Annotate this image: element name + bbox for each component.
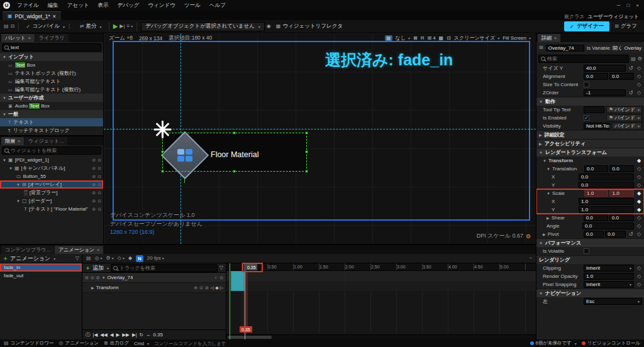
timeline-scrollbar[interactable]	[226, 334, 536, 339]
prev-key-icon[interactable]: ◁	[211, 285, 214, 290]
palette-item-textbox[interactable]: ▭ Text Box	[0, 61, 103, 69]
transform-track-lane[interactable]	[226, 281, 536, 291]
palette-item-editable-text[interactable]: ▭ 編集可能なテキスト	[0, 77, 103, 85]
hierarchy-item-background-blur[interactable]: ▒ [背景ブラー] ⊘⊙	[0, 189, 103, 197]
lock-icon[interactable]: ⊘	[92, 166, 96, 171]
zorder-input[interactable]: -1	[584, 89, 626, 96]
next-frame-fast-icon[interactable]: ▶▶	[122, 332, 130, 338]
timeline[interactable]: 0.50 1.00 1.50 2.00 2.50 3.00 3.50 4.00 …	[226, 263, 536, 339]
section-accessibility[interactable]: ▶ アクセシビリティ	[536, 139, 644, 148]
visibility-icon[interactable]: ⊙	[97, 158, 101, 163]
is-enabled-bind-button[interactable]: ⚑バインド▾	[606, 114, 642, 121]
goto-time-icon[interactable]: →	[146, 332, 151, 338]
loop-icon[interactable]: ↻	[140, 332, 143, 338]
palette-search-input[interactable]	[11, 45, 99, 50]
content-drawer-button[interactable]: ▤ コンテンツドロワー	[4, 340, 53, 346]
animated-range-section[interactable]	[231, 271, 245, 291]
grid-snap-icon[interactable]: ▦	[385, 35, 392, 41]
tab-library[interactable]: ライブラリ	[35, 34, 69, 42]
filter-icon[interactable]: ▽	[75, 256, 79, 261]
palette-section-user[interactable]: ▼ ユーザーが作成	[0, 94, 103, 102]
palette-section-common[interactable]: ▼ 一般	[0, 110, 103, 118]
scale-x-input[interactable]: 1.0	[584, 190, 609, 197]
resize-handle[interactable]	[233, 170, 236, 173]
keyframe-diamond-icon[interactable]: ◆	[636, 207, 642, 212]
save-icon[interactable]: ▤	[4, 24, 9, 29]
hierarchy-item-border[interactable]: ▼ ▢ [ボーダー] ⊘⊙	[0, 197, 103, 205]
track-overlay[interactable]: ⊖ ⊙ ⊘ ▼ Overlay_74 ＋ ⊙	[82, 273, 226, 283]
solo-icon[interactable]: ⊙	[91, 275, 94, 280]
tab-pdi-widget[interactable]: ▣ PDI_widget_1* ×	[3, 11, 61, 20]
chevron-right-icon[interactable]: ▶	[543, 232, 546, 236]
lock-icon[interactable]: ⊘	[92, 174, 96, 179]
hierarchy-item-overlay[interactable]: ▼ ⊞ [オーバーレイ] ⊘⊙	[0, 180, 103, 189]
lock-icon[interactable]: ⊘	[96, 275, 100, 280]
translation-y-input[interactable]: 0.0	[609, 165, 634, 172]
r-toggle[interactable]: R	[421, 35, 425, 41]
tab-palette[interactable]: パレット ×	[1, 34, 35, 42]
shear-y-input[interactable]: 0.0	[609, 214, 634, 221]
add-section-icon[interactable]: ＋	[213, 275, 218, 281]
next-key-icon[interactable]: ▷	[220, 285, 223, 290]
palette-item-audio-textbox[interactable]: ▣ Audio Text Box	[0, 102, 103, 110]
add-keyframe-icon[interactable]: ◆	[128, 256, 132, 261]
resize-handle[interactable]	[305, 131, 308, 135]
keyframe-diamond-icon[interactable]: ◇	[636, 90, 642, 96]
details-tab-close-icon[interactable]: ×	[554, 36, 557, 40]
widget-name-input[interactable]: Overlay_74	[546, 45, 584, 52]
animation-item-fade-out[interactable]: fade_out	[0, 272, 82, 280]
settings-gear-icon[interactable]: ⚙▾	[106, 256, 114, 261]
keyframe-diamond-icon[interactable]: ◇	[636, 273, 642, 279]
play-icon[interactable]: ▶	[113, 23, 118, 30]
section-performance[interactable]: ▼ パフォーマンス	[536, 238, 644, 247]
parent-class-value[interactable]: ユーザーウィジェット	[588, 13, 640, 20]
lock-icon[interactable]: ⊘	[205, 285, 209, 290]
chevron-down-icon[interactable]: ▼	[543, 159, 547, 163]
prev-frame-icon[interactable]: ◀	[110, 332, 114, 338]
palette-tab-close-icon[interactable]: ×	[28, 36, 31, 40]
palette-item-multiline-textbox[interactable]: ▭ テキストボックス (複数行)	[0, 69, 103, 77]
tab-animations[interactable]: アニメーション ×	[55, 246, 103, 254]
resize-handle[interactable]	[161, 170, 164, 173]
keyframe-diamond-icon[interactable]: ◇	[636, 82, 642, 87]
tooltip-input[interactable]	[584, 106, 604, 113]
visibility-icon[interactable]: ⊙	[97, 166, 101, 171]
size-y-input[interactable]: 40.0	[584, 65, 626, 72]
chevron-right-icon[interactable]: ▶	[91, 285, 94, 290]
menu-tools[interactable]: ツール	[180, 0, 205, 11]
frame-skip-icon[interactable]: ▶|	[119, 24, 125, 29]
section-advanced[interactable]: ▶ 詳細設定	[536, 130, 644, 139]
console-command-input[interactable]	[154, 341, 305, 346]
pivot-x-input[interactable]: 0.0	[584, 231, 604, 238]
playhead-bottom-chip[interactable]: 0.35	[240, 326, 252, 333]
track-search[interactable]	[111, 264, 218, 272]
visibility-icon[interactable]: ⊙	[97, 182, 101, 187]
pixel-snapping-dropdown[interactable]: Inherit▾	[584, 281, 634, 288]
hierarchy-item-text[interactable]: T [テキスト] "Floor Material" ⊘⊙	[0, 205, 103, 213]
settings-gear-icon[interactable]: ⚙	[638, 57, 642, 62]
info-icon[interactable]: ⓘ	[86, 332, 91, 338]
graph-mode-button[interactable]: ⊞ グラフ	[611, 21, 640, 31]
go-to-start-icon[interactable]: |◀	[93, 332, 98, 338]
play-button[interactable]: ▶	[116, 332, 120, 338]
chevron-down-icon[interactable]: ▼	[547, 192, 550, 196]
tab-content-browser[interactable]: コンテンツブラウ...	[1, 246, 54, 254]
filter-icon[interactable]: ▽	[219, 265, 223, 270]
lock-icon[interactable]: ⊠	[413, 35, 418, 41]
keyframe-diamond-icon[interactable]: ◇	[636, 215, 642, 221]
section-rendering[interactable]: レンダリング	[536, 255, 644, 264]
palette-item-richtext[interactable]: ¶ リッチテキストブロック	[0, 126, 103, 135]
track-transform[interactable]: ▶ Transform ⊖ ⊙ ⊘ ◁ ◆ ▷	[82, 283, 226, 293]
animation-item-fade-in[interactable]: fade_in	[0, 263, 82, 272]
is-variable-label[interactable]: Is Variable	[587, 45, 610, 51]
save-icon[interactable]: ▤	[86, 256, 91, 261]
menu-window[interactable]: ウィンドウ	[143, 0, 180, 11]
size-to-content-checkbox[interactable]	[584, 82, 589, 87]
visibility-icon[interactable]: ⊙	[97, 174, 101, 179]
reset-icon[interactable]: ↺	[628, 231, 634, 237]
keyframe-diamond-icon[interactable]: ◇	[636, 174, 642, 180]
resize-handle[interactable]	[305, 170, 308, 173]
is-volatile-checkbox[interactable]	[584, 248, 589, 254]
details-search[interactable]	[538, 55, 629, 63]
add-key-icon[interactable]: ◆	[215, 285, 218, 290]
